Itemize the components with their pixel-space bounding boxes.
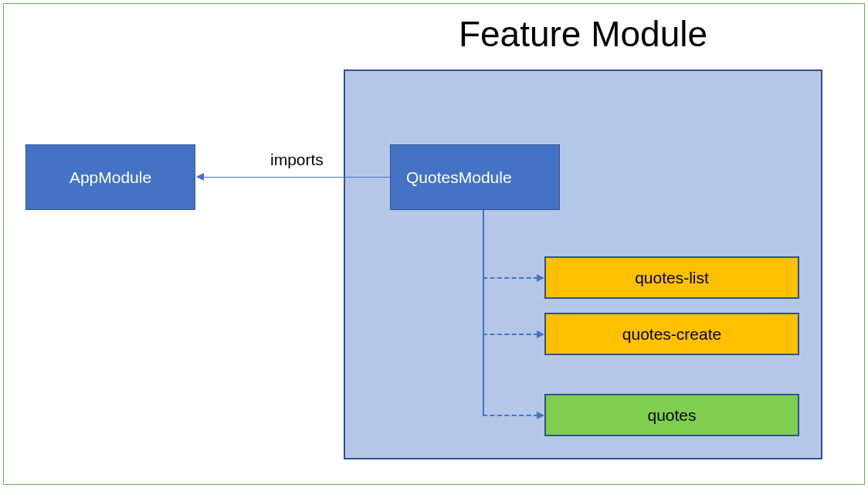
quotes-list-label: quotes-list [635, 269, 709, 287]
dashed-arrow-head-2 [537, 330, 544, 338]
quotes-create-box: quotes-create [544, 313, 799, 355]
app-module-label: AppModule [70, 168, 151, 187]
quotes-box: quotes [544, 394, 799, 436]
vertical-connector-line [483, 210, 484, 415]
dashed-arrow-head-3 [537, 412, 544, 419]
quotes-list-box: quotes-list [544, 256, 799, 299]
dashed-arrow-2 [483, 334, 538, 335]
dashed-arrow-3 [483, 415, 538, 416]
quotes-module-label: QuotesModule [406, 168, 512, 187]
quotes-label: quotes [647, 406, 696, 425]
imports-arrow-line [202, 177, 390, 178]
dashed-arrow-1 [483, 277, 538, 279]
imports-label: imports [270, 151, 324, 169]
imports-arrow-head [196, 173, 204, 181]
diagram-title: Feature Module [344, 13, 822, 55]
dashed-arrow-head-1 [537, 274, 544, 282]
app-module-box: AppModule [25, 144, 195, 210]
quotes-module-box: QuotesModule [390, 144, 560, 210]
quotes-create-label: quotes-create [622, 325, 721, 344]
diagram-container: Feature Module AppModule imports QuotesM… [3, 3, 865, 485]
